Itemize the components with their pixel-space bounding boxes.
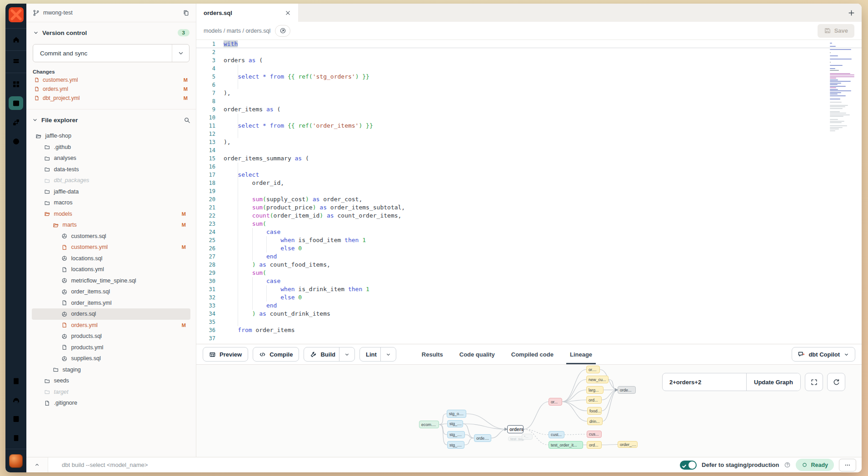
- tab-orders-sql[interactable]: orders.sql: [196, 4, 298, 22]
- user-avatar[interactable]: [9, 454, 23, 468]
- lint-button[interactable]: Lint: [359, 347, 396, 362]
- changed-file-row[interactable]: customers.ymlM: [33, 76, 190, 84]
- tree-item-customers.yml[interactable]: customers.ymlM: [32, 242, 190, 253]
- preview-button[interactable]: Preview: [203, 347, 248, 362]
- minimap[interactable]: [830, 43, 856, 132]
- code-token: select: [238, 73, 259, 80]
- dbt-logo[interactable]: [9, 7, 24, 22]
- save-button[interactable]: Save: [818, 24, 854, 38]
- lineage-node-gray1[interactable]: orde...: [618, 386, 636, 394]
- help-question-icon[interactable]: [784, 461, 791, 468]
- lineage-node-cuspink[interactable]: cus...: [587, 431, 602, 438]
- commit-and-sync-button[interactable]: Commit and sync: [33, 44, 190, 62]
- more-options-button[interactable]: [839, 459, 856, 471]
- lineage-selector-input[interactable]: [663, 373, 746, 391]
- lineage-node-y5[interactable]: food...: [587, 407, 602, 415]
- tab-code-quality[interactable]: Code quality: [459, 344, 495, 364]
- lineage-node-y6[interactable]: drin...: [587, 417, 603, 425]
- open-lineage-link-button[interactable]: [275, 25, 290, 37]
- fullscreen-button[interactable]: [805, 373, 823, 391]
- collapse-command-bar-button[interactable]: [26, 457, 48, 472]
- commit-options-caret[interactable]: [172, 45, 189, 62]
- tree-item-metricflow-time-spine.sql[interactable]: metricflow_time_spine.sql: [32, 275, 190, 287]
- command-input[interactable]: dbt build --select <model_name>: [62, 461, 148, 468]
- build-options-caret[interactable]: [339, 347, 354, 361]
- tree-item-jaffle-shop[interactable]: jaffle-shop: [32, 130, 190, 142]
- lineage-node-stg2[interactable]: stg_....: [447, 420, 463, 427]
- tree-item-jaffle-data[interactable]: jaffle-data: [32, 186, 190, 198]
- tree-item-target[interactable]: target: [32, 387, 190, 398]
- lineage-node-stg3[interactable]: stg_....: [447, 431, 465, 438]
- lineage-node-orderfar[interactable]: order_....: [618, 441, 638, 448]
- rail-item-changelog[interactable]: [5, 371, 26, 390]
- code-editor[interactable]: 1with23orders as (45 select * from {{ re…: [196, 40, 862, 344]
- lineage-node-y3[interactable]: larg...: [586, 386, 604, 394]
- tree-item-orders.sql[interactable]: orders.sql: [32, 308, 190, 320]
- tree-item-macros[interactable]: macros: [32, 197, 190, 208]
- tree-item-supplies.sql[interactable]: supplies.sql: [32, 353, 190, 364]
- lineage-node-stg1[interactable]: stg_o....: [447, 410, 466, 418]
- lineage-node-orde1[interactable]: orde....: [474, 434, 491, 442]
- copy-icon[interactable]: [183, 10, 190, 16]
- lineage-node-y2[interactable]: new_cu...: [586, 376, 609, 383]
- tree-item-.gitignore[interactable]: .gitignore: [32, 397, 190, 409]
- tree-item-locations.sql[interactable]: locations.sql: [32, 253, 190, 264]
- lineage-node-y1[interactable]: or....: [586, 366, 600, 373]
- build-button[interactable]: Build: [304, 347, 355, 362]
- search-icon[interactable]: [184, 117, 190, 124]
- lineage-node-ecom[interactable]: ecom....: [419, 421, 439, 428]
- tree-item-locations.yml[interactable]: locations.yml: [32, 264, 190, 275]
- tree-item-products.yml[interactable]: products.yml: [32, 342, 190, 353]
- rail-item-home[interactable]: [5, 30, 26, 49]
- tree-item-staging[interactable]: staging: [32, 364, 190, 376]
- tree-item-customers.sql[interactable]: customers.sql: [32, 231, 190, 242]
- refresh-graph-button[interactable]: [827, 373, 845, 391]
- update-graph-button[interactable]: Update Graph: [746, 373, 800, 391]
- lineage-node-cust[interactable]: cust...: [549, 431, 564, 438]
- file-explorer-header[interactable]: File explorer: [32, 113, 190, 127]
- rail-item-organization[interactable]: [5, 428, 26, 447]
- tree-item-order-items.sql[interactable]: order_items.sql: [32, 286, 190, 298]
- rail-item-explore[interactable]: [5, 132, 26, 151]
- tree-item-data-tests[interactable]: data-tests: [32, 164, 190, 175]
- code-token: (: [263, 269, 266, 276]
- code-token: (: [302, 155, 309, 162]
- lineage-node-orders[interactable]: orders: [507, 425, 524, 433]
- lineage-node-stg4[interactable]: stg_....: [447, 441, 464, 449]
- tree-item-models[interactable]: modelsM: [32, 208, 190, 220]
- changed-file-row[interactable]: orders.ymlM: [33, 85, 190, 93]
- new-tab-button[interactable]: [841, 4, 862, 22]
- rail-item-dashboards[interactable]: [5, 74, 26, 94]
- tree-item-label: products.sql: [71, 333, 102, 339]
- compile-button[interactable]: Compile: [253, 347, 299, 362]
- lint-options-caret[interactable]: [380, 347, 396, 361]
- lineage-node-fainttest[interactable]: *...: [522, 434, 533, 440]
- close-icon[interactable]: [285, 10, 291, 16]
- lineage-node-testorder[interactable]: test_order_it...: [549, 441, 583, 449]
- rail-item-support[interactable]: [5, 390, 26, 409]
- rail-item-studio-ide[interactable]: [5, 94, 26, 113]
- tree-item-analyses[interactable]: analyses: [32, 153, 190, 164]
- tree-item-marts[interactable]: martsM: [32, 219, 190, 231]
- rail-item-deploy[interactable]: [5, 113, 26, 132]
- tree-item-products.sql[interactable]: products.sql: [32, 331, 190, 342]
- dbt-copilot-button[interactable]: dbt Copilot: [792, 347, 855, 362]
- rail-item-docs[interactable]: [5, 409, 26, 428]
- tab-lineage[interactable]: Lineage: [570, 344, 592, 364]
- tree-item-order-items.yml[interactable]: order_items.yml: [32, 298, 190, 309]
- lineage-node-y4[interactable]: ord...: [586, 396, 602, 404]
- lineage-node-ordy[interactable]: ord...: [587, 441, 602, 449]
- tab-compiled-code[interactable]: Compiled code: [511, 344, 554, 364]
- tree-item-orders.yml[interactable]: orders.ymlM: [32, 320, 190, 331]
- lineage-node-orpink[interactable]: or...: [549, 398, 562, 406]
- changed-file-row[interactable]: dbt_project.ymlM: [33, 94, 190, 102]
- version-control-header[interactable]: Version control 3: [33, 26, 190, 40]
- stack-icon: [9, 55, 23, 69]
- tree-item-seeds[interactable]: seeds: [32, 375, 190, 387]
- tab-results[interactable]: Results: [422, 344, 443, 364]
- tree-item-dbt-packages[interactable]: dbt_packages: [32, 175, 190, 186]
- defer-toggle[interactable]: [680, 461, 697, 470]
- lineage-canvas[interactable]: ecom....stg_o....stg_....stg_....stg_...…: [196, 364, 862, 457]
- tree-item-.github[interactable]: .github: [32, 142, 190, 153]
- rail-item-catalog[interactable]: [5, 52, 26, 71]
